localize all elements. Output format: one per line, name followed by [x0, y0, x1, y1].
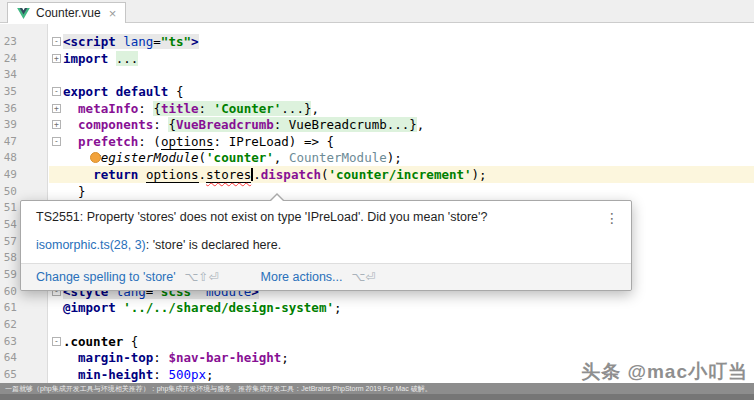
more-actions-link[interactable]: More actions... — [261, 270, 343, 284]
vue-logo-icon — [17, 8, 30, 19]
fold-marker[interactable]: - — [52, 137, 61, 146]
line-number: 57 — [2, 234, 17, 249]
code-line[interactable]: import ... — [63, 50, 138, 67]
change-spelling-action[interactable]: Change spelling to 'store' — [36, 270, 176, 284]
code-row: 39+components: {VueBreadcrumb: VueBreadc… — [0, 116, 754, 133]
code-token: : ( — [138, 134, 161, 149]
line-number: 34 — [2, 67, 17, 82]
code-token: 'Counter' — [214, 101, 282, 116]
code-token: title — [161, 101, 199, 116]
code-row: 61@import '../../shared/design-system'; — [0, 299, 754, 316]
code-row: 49return options.stores.dispatch('counte… — [0, 166, 754, 183]
code-token: CounterModule — [289, 150, 387, 165]
line-number: 50 — [2, 184, 17, 199]
code-token: : — [199, 101, 214, 116]
change-spelling-shortcut: ⌥⇧⏎ — [185, 270, 219, 284]
more-actions-shortcut: ⌥⏎ — [352, 270, 376, 284]
code-token: .counter — [63, 334, 123, 349]
code-line[interactable]: <script lang="ts"> — [63, 33, 199, 50]
code-token: > — [191, 34, 199, 49]
code-row: 48registerModule('counter', CounterModul… — [0, 149, 754, 166]
line-number: 63 — [2, 334, 17, 349]
reference-text: : 'store' is declared here. — [146, 238, 281, 252]
code-token: 'counter' — [206, 150, 274, 165]
line-number: 51 — [2, 200, 17, 215]
code-line[interactable]: prefetch: (options: IPreLoad) => { — [78, 133, 334, 150]
code-token: ); — [472, 167, 487, 182]
line-number: 35 — [2, 84, 17, 99]
fold-marker[interactable]: + — [52, 120, 61, 129]
line-number: 48 — [2, 150, 17, 165]
watermark-text: 头条 @mac小叮当 — [581, 359, 748, 385]
code-token: "ts" — [161, 34, 191, 49]
code-token: ( — [199, 150, 207, 165]
line-number: 64 — [2, 350, 17, 365]
code-row: 34 — [0, 66, 754, 83]
code-token: '../../shared/design-system' — [123, 300, 334, 315]
line-number: 61 — [2, 300, 17, 315]
fold-marker[interactable]: - — [52, 37, 61, 46]
line-number: 49 — [2, 167, 17, 182]
close-icon[interactable]: × — [109, 6, 117, 21]
code-token: components — [78, 117, 153, 132]
code-token: : — [153, 117, 168, 132]
fold-marker[interactable]: + — [52, 104, 61, 113]
code-line[interactable]: } — [78, 183, 86, 200]
code-line[interactable]: return options.stores.dispatch('counter/… — [93, 166, 486, 183]
code-token: margin-top — [78, 350, 153, 365]
code-token: , — [311, 101, 319, 116]
code-row: 62 — [0, 316, 754, 333]
code-line[interactable]: @import '../../shared/design-system'; — [63, 299, 341, 316]
fold-marker[interactable]: + — [52, 54, 61, 63]
code-line[interactable]: export default { — [63, 83, 183, 100]
code-token: @import — [63, 300, 123, 315]
code-token: 'counter/increment' — [329, 167, 472, 182]
code-token: ... — [116, 51, 139, 66]
code-line[interactable]: .counter { — [63, 333, 138, 350]
code-token: lang — [123, 34, 153, 49]
code-token: export default — [63, 84, 176, 99]
code-token: 500px — [168, 367, 206, 382]
code-token: options — [161, 134, 214, 150]
code-token: return — [93, 167, 146, 182]
code-token: min-height — [78, 367, 153, 382]
line-number: 47 — [2, 134, 17, 149]
ide-window: Counter.vue × 23-<script lang="ts">24+im… — [0, 0, 754, 400]
code-token: stores — [206, 167, 251, 183]
fold-marker[interactable]: - — [52, 87, 61, 96]
line-number: 36 — [2, 101, 17, 116]
line-number: 23 — [2, 34, 17, 49]
code-token: options — [146, 167, 199, 183]
code-token: : — [153, 350, 168, 365]
tab-counter-vue[interactable]: Counter.vue × — [7, 2, 126, 23]
editor-tab-bar: Counter.vue × — [0, 0, 754, 23]
code-line[interactable]: metaInfo: {title: 'Counter'...}, — [78, 100, 319, 117]
error-reference: isomorphic.ts(28, 3): 'store' is declare… — [21, 226, 631, 263]
line-number: 54 — [2, 217, 17, 232]
code-row: 36+metaInfo: {title: 'Counter'...}, — [0, 100, 754, 117]
kebab-menu-icon[interactable]: ⋮ — [595, 210, 619, 226]
code-token: VueBreadcrumb — [176, 117, 274, 132]
code-token: prefetch — [78, 134, 138, 149]
code-token: : VueBreadcrumb...} — [274, 117, 417, 132]
error-tooltip: TS2551: Property 'stores' does not exist… — [20, 200, 632, 291]
code-line[interactable]: min-height: 500px; — [78, 366, 214, 383]
code-token: , — [274, 150, 289, 165]
code-token: . — [253, 167, 261, 182]
code-token: { — [123, 334, 138, 349]
code-token: = — [153, 34, 161, 49]
code-token: registerModule — [93, 150, 198, 165]
fold-marker[interactable]: - — [52, 337, 61, 346]
code-token: $nav-bar-height — [168, 350, 281, 365]
code-line[interactable]: components: {VueBreadcrumb: VueBreadcrum… — [78, 116, 424, 133]
reference-file-link[interactable]: isomorphic.ts(28, 3) — [36, 238, 146, 252]
line-number: 59 — [2, 267, 17, 282]
code-token: : — [153, 367, 168, 382]
code-token: ); — [387, 150, 402, 165]
line-number: 39 — [2, 117, 17, 132]
code-row: 23-<script lang="ts"> — [0, 33, 754, 50]
code-token: metaInfo — [78, 101, 138, 116]
code-line[interactable]: registerModule('counter', CounterModule)… — [93, 149, 402, 166]
code-token: . — [199, 167, 207, 182]
code-line[interactable]: margin-top: $nav-bar-height; — [78, 349, 289, 366]
